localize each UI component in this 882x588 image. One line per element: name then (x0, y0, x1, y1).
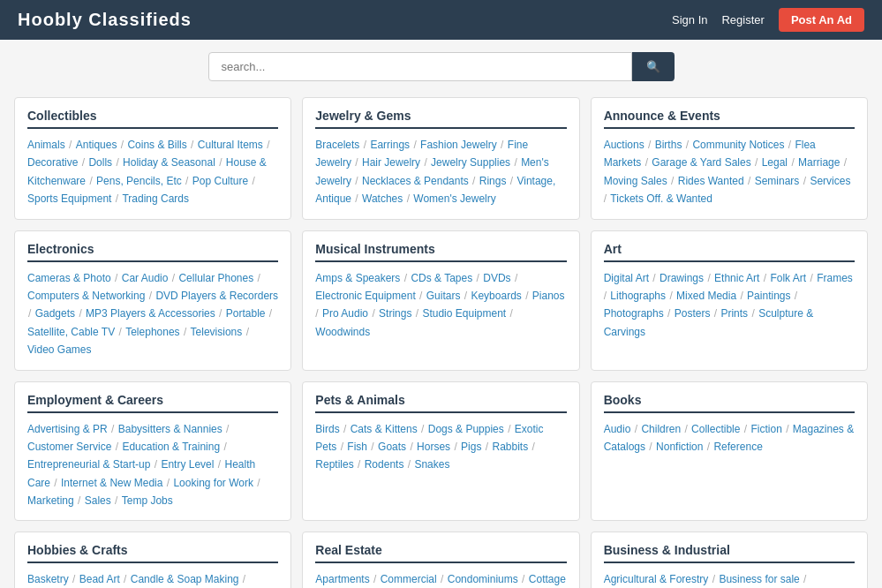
link-item[interactable]: Telephones (125, 326, 179, 338)
link-item[interactable]: DVD Players & Recorders (155, 290, 278, 302)
category-title-pets-animals[interactable]: Pets & Animals (315, 393, 566, 413)
link-item[interactable]: Looking for Work (173, 477, 253, 489)
link-item[interactable]: Agricultural & Forestry (604, 573, 709, 585)
link-item[interactable]: Dogs & Puppies (428, 423, 504, 435)
link-item[interactable]: Car Audio (122, 272, 169, 284)
link-item[interactable]: Bead Art (79, 573, 120, 585)
link-item[interactable]: Sales (85, 494, 111, 507)
link-item[interactable]: Apartments (315, 573, 369, 585)
link-item[interactable]: Coins & Bills (127, 139, 186, 151)
search-button[interactable]: 🔍 (632, 52, 675, 81)
link-item[interactable]: Necklaces & Pendants (362, 175, 469, 187)
link-item[interactable]: Prints (720, 307, 748, 320)
link-item[interactable]: Commercial (381, 573, 437, 585)
link-item[interactable]: Strings (379, 307, 411, 320)
link-item[interactable]: Marriage (798, 156, 840, 169)
link-item[interactable]: Amps & Speakers (315, 272, 400, 284)
category-title-hobbies-crafts[interactable]: Hobbies & Crafts (27, 543, 278, 563)
link-item[interactable]: Drawings (660, 272, 704, 284)
link-item[interactable]: CDs & Tapes (411, 272, 472, 284)
category-title-art[interactable]: Art (604, 242, 855, 262)
link-item[interactable]: Keyboards (471, 290, 521, 302)
link-item[interactable]: Guitars (426, 290, 461, 302)
link-item[interactable]: Entrepreneurial & Start-up (27, 458, 150, 471)
link-item[interactable]: Holiday & Seasonal (123, 156, 215, 169)
link-item[interactable]: Marketing (27, 494, 74, 507)
link-item[interactable]: Hair Jewelry (362, 156, 420, 169)
link-item[interactable]: Satellite, Cable TV (27, 326, 115, 338)
link-item[interactable]: Reference (713, 441, 762, 453)
link-item[interactable]: Antiques (76, 139, 117, 151)
link-item[interactable]: Mixed Media (676, 290, 736, 302)
link-item[interactable]: Reptiles (315, 458, 353, 471)
link-item[interactable]: Rabbits (492, 441, 528, 453)
link-item[interactable]: Trading Cards (122, 192, 189, 205)
sign-in-link[interactable]: Sign In (672, 13, 707, 26)
link-item[interactable]: Fiction (750, 423, 781, 435)
link-item[interactable]: Condominiums (448, 573, 518, 585)
link-item[interactable]: Entry Level (161, 458, 214, 471)
link-item[interactable]: Business for sale (719, 573, 799, 585)
link-item[interactable]: Earrings (370, 139, 410, 151)
link-item[interactable]: Community Notices (692, 139, 784, 151)
link-item[interactable]: Portable (226, 307, 266, 320)
category-title-employment-careers[interactable]: Employment & Careers (27, 393, 278, 413)
link-item[interactable]: Internet & New Media (61, 477, 162, 489)
link-item[interactable]: Basketry (27, 573, 69, 585)
link-item[interactable]: Services (810, 175, 850, 187)
link-item[interactable]: Rings (479, 175, 507, 187)
link-item[interactable]: Horses (417, 441, 450, 453)
link-item[interactable]: Woodwinds (315, 326, 370, 338)
link-item[interactable]: Jewelry Supplies (431, 156, 510, 169)
link-item[interactable]: Cultural Items (198, 139, 263, 151)
link-item[interactable]: Advertising & PR (27, 423, 108, 435)
link-item[interactable]: Frames (817, 272, 853, 284)
category-title-musical-instruments[interactable]: Musical Instruments (315, 242, 566, 262)
link-item[interactable]: Fashion Jewelry (420, 139, 497, 151)
category-title-collectibles[interactable]: Collectibles (27, 109, 278, 129)
link-item[interactable]: Pigs (461, 441, 481, 453)
link-item[interactable]: Garage & Yard Sales (652, 156, 750, 169)
link-item[interactable]: Paintings (747, 290, 790, 302)
link-item[interactable]: Legal (762, 156, 788, 169)
link-item[interactable]: Collectible (691, 423, 740, 435)
link-item[interactable]: Pianos (532, 290, 565, 302)
link-item[interactable]: Decorative (27, 156, 78, 169)
post-ad-button[interactable]: Post An Ad (779, 8, 864, 32)
link-item[interactable]: Pop Culture (192, 175, 248, 187)
link-item[interactable]: Pro Audio (322, 307, 368, 320)
link-item[interactable]: Customer Service (27, 441, 111, 453)
link-item[interactable]: Temp Jobs (122, 494, 173, 507)
link-item[interactable]: Gadgets (35, 307, 75, 320)
link-item[interactable]: Ethnic Art (714, 272, 759, 284)
link-item[interactable]: Cats & Kittens (351, 423, 418, 435)
link-item[interactable]: Cameras & Photo (27, 272, 111, 284)
link-item[interactable]: Women's Jewelry (413, 192, 495, 205)
link-item[interactable]: Moving Sales (604, 175, 667, 187)
link-item[interactable]: Candle & Soap Making (131, 573, 239, 585)
link-item[interactable]: Dolls (88, 156, 112, 169)
link-item[interactable]: Births (655, 139, 682, 151)
link-item[interactable]: Watches (362, 192, 403, 205)
link-item[interactable]: Children (641, 423, 681, 435)
link-item[interactable]: Cellular Phones (178, 272, 253, 284)
category-title-business-industrial[interactable]: Business & Industrial (604, 543, 855, 563)
link-item[interactable]: Education & Training (122, 441, 220, 453)
link-item[interactable]: Digital Art (604, 272, 649, 284)
category-title-books[interactable]: Books (604, 393, 855, 413)
link-item[interactable]: Photographs (604, 307, 664, 320)
link-item[interactable]: Birds (315, 423, 339, 435)
link-item[interactable]: Pens, Pencils, Etc (96, 175, 182, 187)
link-item[interactable]: Posters (675, 307, 711, 320)
link-item[interactable]: Nonfiction (656, 441, 703, 453)
search-input[interactable] (208, 52, 632, 81)
link-item[interactable]: Goats (378, 441, 406, 453)
link-item[interactable]: DVDs (483, 272, 510, 284)
category-title-real-estate[interactable]: Real Estate (315, 543, 566, 563)
register-link[interactable]: Register (721, 13, 764, 26)
link-item[interactable]: Lithographs (610, 290, 666, 302)
link-item[interactable]: MP3 Players & Accessories (86, 307, 215, 320)
link-item[interactable]: Electronic Equipment (315, 290, 415, 302)
link-item[interactable]: Seminars (755, 175, 800, 187)
category-title-jewelry-gems[interactable]: Jewelry & Gems (315, 109, 566, 129)
